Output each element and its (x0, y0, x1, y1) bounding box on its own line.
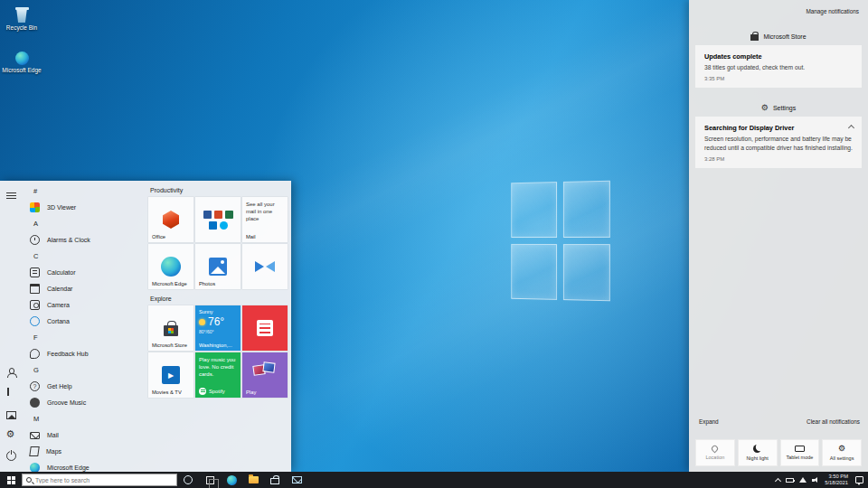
system-tray: 3:50 PM 5/18/2021 (776, 474, 868, 486)
app-list-item-calendar[interactable]: Calendar (22, 280, 141, 296)
taskbar-task-view-button[interactable] (199, 472, 221, 488)
app-list-letter-header[interactable]: M (22, 410, 141, 427)
cortana-icon (184, 475, 193, 484)
app-list-item-microsoft-edge[interactable]: Microsoft Edge (22, 459, 141, 472)
tile-group-title-explore[interactable]: Explore (150, 296, 288, 302)
outlook-icon (209, 221, 217, 230)
quick-actions: Location Night light Tablet mode All set… (695, 439, 862, 466)
volume-icon[interactable] (812, 476, 819, 483)
start-menu: # 3D Viewer A Alarms & Clock C Calculato… (0, 181, 291, 472)
notification-group-header-settings[interactable]: Settings (695, 100, 862, 115)
blue-ribbon-icon (255, 261, 275, 273)
camera-icon (30, 300, 40, 310)
store-bag-icon (164, 325, 178, 336)
tile-microsoft-store[interactable]: Microsoft Store (148, 305, 193, 351)
app-list-letter-header[interactable]: # (22, 183, 141, 199)
skype-icon (220, 221, 228, 230)
help-icon: ? (30, 381, 40, 391)
quick-action-night-light[interactable]: Night light (738, 439, 778, 466)
start-menu-user-button[interactable] (0, 362, 22, 383)
clock-icon (30, 235, 40, 245)
edge-icon (30, 463, 40, 473)
app-list-letter-header[interactable]: A (22, 215, 141, 231)
gear-icon (838, 445, 845, 453)
photo-collage-icon (251, 361, 278, 383)
tile-play[interactable]: Play (242, 352, 288, 398)
quick-action-location[interactable]: Location (695, 439, 735, 466)
tile-weather[interactable]: Sunny 76° 80°/60° Washington,... (195, 305, 241, 351)
app-list-item-feedback-hub[interactable]: Feedback Hub (22, 345, 141, 361)
network-icon[interactable] (799, 477, 807, 483)
taskbar-store-button[interactable] (264, 472, 286, 488)
app-list-item-camera[interactable]: Camera (22, 296, 141, 313)
notification-time: 3:35 PM (704, 76, 853, 81)
weather-temp: 76° (208, 315, 224, 328)
app-list-item-groove-music[interactable]: Groove Music (22, 394, 141, 410)
start-menu-power-button[interactable] (0, 446, 22, 466)
weather-hi-lo: 80°/60° (199, 329, 214, 334)
taskbar-clock[interactable]: 3:50 PM 5/18/2021 (825, 474, 848, 486)
windows-logo-pane (511, 244, 556, 300)
taskbar-file-explorer-button[interactable] (242, 472, 264, 488)
windows-logo-pane (562, 244, 609, 301)
app-list-item-calculator[interactable]: Calculator (22, 264, 141, 280)
notification-group-app-name: Settings (773, 105, 796, 111)
app-list-letter-header[interactable]: G (22, 361, 141, 378)
manage-notifications-link[interactable]: Manage notifications (806, 8, 859, 14)
search-input[interactable] (35, 477, 173, 483)
tile-movies-tv[interactable]: Movies & TV (148, 352, 193, 398)
app-list-item-cortana[interactable]: Cortana (22, 313, 141, 329)
taskbar-search-box[interactable] (22, 474, 177, 486)
notification-card-settings[interactable]: Searching for Display Driver Screen reso… (695, 117, 862, 168)
taskbar-mail-button[interactable] (286, 472, 307, 488)
start-button[interactable] (0, 472, 22, 488)
app-list-item-alarms-clock[interactable]: Alarms & Clock (22, 231, 141, 248)
notification-center-icon[interactable] (855, 476, 863, 483)
start-menu-documents-button[interactable] (0, 383, 22, 404)
office-hexagon-icon (162, 211, 180, 229)
desktop-icon-label: Recycle Bin (6, 24, 37, 31)
weather-sun-icon (199, 319, 205, 325)
app-list-item-mail[interactable]: Mail (22, 427, 141, 443)
taskbar-edge-button[interactable] (221, 472, 242, 488)
clear-all-notifications-link[interactable]: Clear all notifications (807, 418, 860, 425)
tile-ribbon-app[interactable] (242, 244, 288, 289)
calendar-icon (30, 284, 40, 294)
store-bag-icon (750, 34, 759, 41)
tile-group-title-productivity[interactable]: Productivity (150, 187, 288, 193)
gear-icon (6, 430, 16, 440)
tile-microsoft-edge[interactable]: Microsoft Edge (148, 244, 193, 289)
spotify-icon (199, 388, 206, 395)
app-list-letter-header[interactable]: C (22, 248, 141, 264)
tray-date: 5/18/2021 (825, 480, 848, 486)
expand-link[interactable]: Expand (699, 418, 719, 425)
tile-photos[interactable]: Photos (195, 244, 241, 289)
quick-action-tablet-mode[interactable]: Tablet mode (780, 439, 820, 466)
notification-card-store[interactable]: Updates complete 38 titles got updated, … (695, 45, 862, 88)
edge-icon (15, 52, 29, 65)
desktop-icon-recycle-bin[interactable]: Recycle Bin (1, 7, 42, 31)
app-list-item-3d-viewer[interactable]: 3D Viewer (22, 199, 141, 215)
tile-spotify[interactable]: Play music you love. No credit cards. Sp… (195, 352, 241, 398)
tile-office-apps[interactable] (195, 197, 241, 242)
3d-viewer-icon (30, 202, 40, 212)
tile-mail[interactable]: See all your mail in one place Mail (242, 197, 288, 242)
gear-icon (761, 104, 769, 112)
start-menu-settings-button[interactable] (0, 425, 22, 446)
tile-office[interactable]: Office (148, 197, 193, 242)
chevron-up-icon[interactable] (775, 477, 781, 483)
quick-action-all-settings[interactable]: All settings (822, 439, 862, 466)
start-menu-pictures-button[interactable] (0, 404, 22, 425)
app-list-letter-header[interactable]: F (22, 329, 141, 345)
action-center-panel: Manage notifications Microsoft Store Upd… (689, 0, 868, 472)
notification-group-header-store[interactable]: Microsoft Store (695, 29, 862, 43)
weather-condition: Sunny (199, 309, 213, 314)
app-list-item-maps[interactable]: Maps (22, 443, 141, 459)
user-icon (6, 368, 16, 378)
tile-news[interactable] (242, 305, 288, 351)
desktop-icon-microsoft-edge[interactable]: Microsoft Edge (1, 52, 42, 73)
taskbar-cortana-button[interactable] (177, 472, 199, 488)
battery-icon[interactable] (786, 478, 794, 483)
app-list-item-get-help[interactable]: ?Get Help (22, 378, 141, 394)
start-menu-expand-button[interactable] (0, 185, 22, 206)
